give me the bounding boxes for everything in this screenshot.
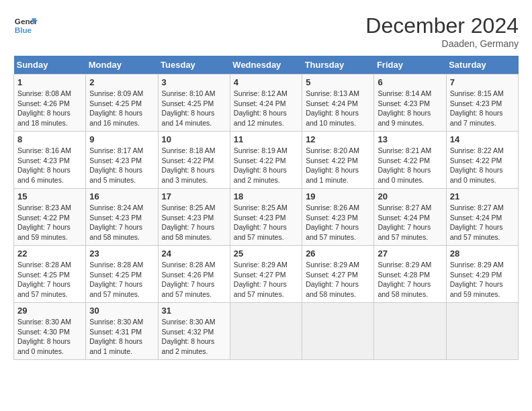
weekday-header: Tuesday [158,56,230,75]
day-cell: 27Sunrise: 8:29 AM Sunset: 4:28 PM Dayli… [374,246,446,303]
day-cell: 29Sunrise: 8:30 AM Sunset: 4:30 PM Dayli… [14,303,86,360]
day-cell: 15Sunrise: 8:23 AM Sunset: 4:22 PM Dayli… [14,189,86,246]
day-number: 19 [306,191,370,201]
day-number: 30 [89,306,154,316]
day-cell [446,303,518,360]
day-cell [302,303,374,360]
day-number: 1 [17,77,82,87]
logo-icon: General Blue [13,13,38,38]
day-info: Sunrise: 8:19 AM Sunset: 4:22 PM Dayligh… [234,146,298,185]
day-info: Sunrise: 8:09 AM Sunset: 4:25 PM Dayligh… [89,89,154,128]
day-info: Sunrise: 8:18 AM Sunset: 4:22 PM Dayligh… [162,146,226,185]
day-number: 26 [306,248,370,259]
day-cell: 5Sunrise: 8:13 AM Sunset: 4:24 PM Daylig… [302,75,374,132]
day-number: 23 [89,248,154,259]
day-info: Sunrise: 8:17 AM Sunset: 4:23 PM Dayligh… [89,146,154,185]
week-row: 8Sunrise: 8:16 AM Sunset: 4:23 PM Daylig… [14,132,519,189]
day-cell: 24Sunrise: 8:28 AM Sunset: 4:26 PM Dayli… [158,246,230,303]
day-cell: 19Sunrise: 8:26 AM Sunset: 4:23 PM Dayli… [302,189,374,246]
day-cell: 28Sunrise: 8:29 AM Sunset: 4:29 PM Dayli… [446,246,518,303]
day-info: Sunrise: 8:28 AM Sunset: 4:26 PM Dayligh… [162,260,226,300]
day-cell: 20Sunrise: 8:27 AM Sunset: 4:24 PM Dayli… [374,189,446,246]
day-info: Sunrise: 8:25 AM Sunset: 4:23 PM Dayligh… [234,203,298,242]
day-info: Sunrise: 8:29 AM Sunset: 4:29 PM Dayligh… [450,260,515,300]
day-number: 10 [162,134,226,144]
day-cell: 31Sunrise: 8:30 AM Sunset: 4:32 PM Dayli… [158,303,230,360]
day-number: 24 [162,248,226,259]
day-cell: 14Sunrise: 8:22 AM Sunset: 4:22 PM Dayli… [446,132,518,189]
day-cell: 11Sunrise: 8:19 AM Sunset: 4:22 PM Dayli… [230,132,302,189]
day-number: 5 [306,77,370,87]
day-info: Sunrise: 8:29 AM Sunset: 4:27 PM Dayligh… [306,260,370,300]
day-number: 11 [234,134,298,144]
day-number: 12 [306,134,370,144]
day-number: 21 [450,191,515,201]
day-info: Sunrise: 8:23 AM Sunset: 4:22 PM Dayligh… [17,203,82,242]
day-number: 20 [378,191,442,201]
day-info: Sunrise: 8:15 AM Sunset: 4:23 PM Dayligh… [450,89,515,128]
day-number: 4 [234,77,298,87]
day-number: 13 [378,134,442,144]
day-info: Sunrise: 8:21 AM Sunset: 4:22 PM Dayligh… [378,146,442,185]
day-number: 29 [17,306,82,316]
location-title: Daaden, Germany [365,38,519,49]
day-number: 9 [89,134,154,144]
calendar-table: SundayMondayTuesdayWednesdayThursdayFrid… [13,56,519,360]
weekday-header: Sunday [14,56,86,75]
day-cell: 2Sunrise: 8:09 AM Sunset: 4:25 PM Daylig… [86,75,158,132]
weekday-header: Thursday [302,56,374,75]
day-info: Sunrise: 8:29 AM Sunset: 4:27 PM Dayligh… [234,260,298,300]
day-cell [230,303,302,360]
header: General Blue December 2024 Daaden, Germa… [13,13,519,49]
day-cell: 4Sunrise: 8:12 AM Sunset: 4:24 PM Daylig… [230,75,302,132]
day-info: Sunrise: 8:30 AM Sunset: 4:30 PM Dayligh… [17,317,82,357]
day-info: Sunrise: 8:14 AM Sunset: 4:23 PM Dayligh… [378,89,442,128]
day-number: 14 [450,134,515,144]
day-info: Sunrise: 8:24 AM Sunset: 4:23 PM Dayligh… [89,203,154,242]
day-cell: 26Sunrise: 8:29 AM Sunset: 4:27 PM Dayli… [302,246,374,303]
svg-text:Blue: Blue [15,26,32,34]
day-number: 28 [450,248,515,259]
day-info: Sunrise: 8:29 AM Sunset: 4:28 PM Dayligh… [378,260,442,300]
day-info: Sunrise: 8:08 AM Sunset: 4:26 PM Dayligh… [17,89,82,128]
day-info: Sunrise: 8:13 AM Sunset: 4:24 PM Dayligh… [306,89,370,128]
weekday-header: Wednesday [230,56,302,75]
day-cell: 9Sunrise: 8:17 AM Sunset: 4:23 PM Daylig… [86,132,158,189]
day-info: Sunrise: 8:30 AM Sunset: 4:31 PM Dayligh… [89,317,154,357]
day-cell: 16Sunrise: 8:24 AM Sunset: 4:23 PM Dayli… [86,189,158,246]
day-cell: 7Sunrise: 8:15 AM Sunset: 4:23 PM Daylig… [446,75,518,132]
day-info: Sunrise: 8:27 AM Sunset: 4:24 PM Dayligh… [450,203,515,242]
day-cell: 23Sunrise: 8:28 AM Sunset: 4:25 PM Dayli… [86,246,158,303]
day-cell: 3Sunrise: 8:10 AM Sunset: 4:25 PM Daylig… [158,75,230,132]
day-info: Sunrise: 8:28 AM Sunset: 4:25 PM Dayligh… [89,260,154,300]
day-number: 27 [378,248,442,259]
day-number: 16 [89,191,154,201]
day-number: 6 [378,77,442,87]
day-info: Sunrise: 8:30 AM Sunset: 4:32 PM Dayligh… [162,317,226,357]
day-cell: 10Sunrise: 8:18 AM Sunset: 4:22 PM Dayli… [158,132,230,189]
day-info: Sunrise: 8:20 AM Sunset: 4:22 PM Dayligh… [306,146,370,185]
day-number: 18 [234,191,298,201]
day-info: Sunrise: 8:25 AM Sunset: 4:23 PM Dayligh… [162,203,226,242]
day-cell [374,303,446,360]
day-number: 31 [162,306,226,316]
day-number: 7 [450,77,515,87]
day-cell: 22Sunrise: 8:28 AM Sunset: 4:25 PM Dayli… [14,246,86,303]
day-info: Sunrise: 8:26 AM Sunset: 4:23 PM Dayligh… [306,203,370,242]
month-title: December 2024 [365,13,519,38]
day-number: 17 [162,191,226,201]
day-cell: 17Sunrise: 8:25 AM Sunset: 4:23 PM Dayli… [158,189,230,246]
title-area: December 2024 Daaden, Germany [365,13,519,49]
day-number: 2 [89,77,154,87]
day-cell: 13Sunrise: 8:21 AM Sunset: 4:22 PM Dayli… [374,132,446,189]
week-row: 15Sunrise: 8:23 AM Sunset: 4:22 PM Dayli… [14,189,519,246]
day-number: 25 [234,248,298,259]
day-cell: 1Sunrise: 8:08 AM Sunset: 4:26 PM Daylig… [14,75,86,132]
day-info: Sunrise: 8:22 AM Sunset: 4:22 PM Dayligh… [450,146,515,185]
day-info: Sunrise: 8:12 AM Sunset: 4:24 PM Dayligh… [234,89,298,128]
header-row: SundayMondayTuesdayWednesdayThursdayFrid… [14,56,519,75]
day-cell: 6Sunrise: 8:14 AM Sunset: 4:23 PM Daylig… [374,75,446,132]
day-number: 3 [162,77,226,87]
day-cell: 18Sunrise: 8:25 AM Sunset: 4:23 PM Dayli… [230,189,302,246]
day-cell: 12Sunrise: 8:20 AM Sunset: 4:22 PM Dayli… [302,132,374,189]
